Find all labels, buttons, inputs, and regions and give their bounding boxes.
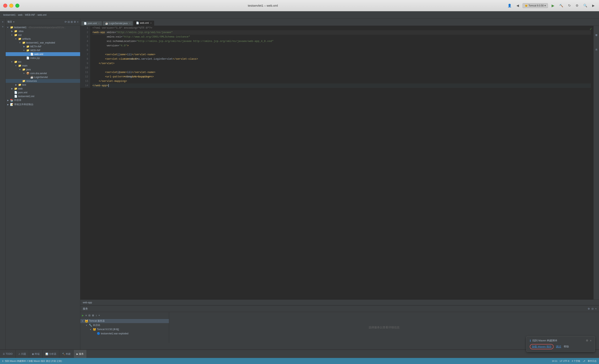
tree-item-login-servlet[interactable]: ☕ LoginServlet xyxy=(6,75,80,79)
breadcrumb-item-2[interactable]: WEB-INF xyxy=(25,14,35,16)
services-add-icon[interactable]: + xyxy=(98,314,100,317)
services-item-not-started[interactable]: ▾ 🔧 未启动 xyxy=(80,323,169,327)
code-line-2: <web-app xmlns="http://xmlns.jcp.org/xml… xyxy=(92,30,591,35)
fold-marker-6[interactable]: - xyxy=(118,53,120,56)
services-filter-icon[interactable]: ⊞ xyxy=(92,314,94,317)
services-item-tomcat-local[interactable]: ▾ 🐱 Tomcat 9.0.50 [本地] xyxy=(80,327,169,331)
left-strip-btn-2[interactable]: ≡ xyxy=(0,24,5,29)
services-content: ▶ ≡ ⊟ ⊞ ↕ + ▾ 🐱 Tomcat 服务器 xyxy=(80,312,599,343)
sidebar-refresh-icon[interactable]: ⟳ xyxy=(65,20,67,23)
bottom-tab-build[interactable]: 🔨 构建 xyxy=(59,350,74,358)
code-line-11: <servlet-name>lll</servlet-name> xyxy=(92,70,591,75)
maven-info-icon: ℹ xyxy=(530,339,531,342)
code-line-6: - <servlet> xyxy=(92,48,591,52)
code-line-8: <servlet-class>com.dra.servlet.LoginServ… xyxy=(92,57,591,61)
tree-item-index-jsp[interactable]: 📄 index.jsp xyxy=(6,56,80,60)
tree-item-src[interactable]: ▾ 📁 src xyxy=(6,60,80,64)
services-gear-icon[interactable]: ⊟ xyxy=(591,307,594,310)
right-strip-btn-1[interactable]: 管理 xyxy=(594,27,599,39)
update-button[interactable]: ↻ xyxy=(567,3,572,8)
maven-skip-link[interactable]: 跳过 xyxy=(556,345,561,348)
close-pom-tab[interactable]: × xyxy=(98,22,99,25)
search-button[interactable]: 🔍 xyxy=(582,3,589,8)
tree-item-resources[interactable]: 📁 resources xyxy=(6,79,80,83)
tree-item-iml[interactable]: 📄 testservlet1.iml xyxy=(6,94,80,98)
sidebar-dropdown-arrow[interactable]: ▾ xyxy=(13,21,14,23)
tree-item-main[interactable]: ▾ 📁 main xyxy=(6,64,80,68)
tree-item-java[interactable]: ▾ 📁 java xyxy=(6,68,80,71)
sidebar-settings-icon[interactable]: ⚙ xyxy=(74,20,76,23)
tree-item-artifacts[interactable]: ▾ 📁 artifacts xyxy=(6,37,80,41)
tree-item-project[interactable]: ▾ 📁 testservlet1 ~/Documents/workspace/j… xyxy=(6,25,80,29)
maven-notification-actions: 加载 Maven 项目 跳过 帮助 xyxy=(530,344,591,349)
services-collapse-icon[interactable]: ⊟ xyxy=(88,314,90,317)
forward-button[interactable]: ▶ xyxy=(591,3,596,8)
status-event-log[interactable]: 事件日志 xyxy=(588,360,597,363)
sidebar-collapse-icon[interactable]: ⊟ xyxy=(68,20,70,23)
tree-item-pom[interactable]: 📄 pom.xml xyxy=(6,91,80,94)
tree-item-web[interactable]: ▶ 📁 web xyxy=(6,87,80,91)
window-title: testservlet1 – web.xml xyxy=(248,4,278,7)
code-line-13: </servlet-mapping> xyxy=(92,79,591,84)
breadcrumb-item-0[interactable]: testservlet1 xyxy=(3,14,16,16)
bottom-tab-todo[interactable]: ☰ TODO xyxy=(0,350,16,358)
services-settings-icon[interactable]: ⚙ xyxy=(588,307,590,310)
bottom-tab-problems[interactable]: ⚠ 问题 xyxy=(16,350,29,358)
code-editor[interactable]: ✓ 12345 678910 11121314 <?xml version="1… xyxy=(80,26,593,299)
services-close-icon[interactable]: × xyxy=(595,307,597,310)
services-item-tomcat[interactable]: ▾ 🐱 Tomcat 服务器 xyxy=(80,319,169,323)
status-git-icon[interactable]: ⎇ xyxy=(583,360,585,362)
services-run-icon[interactable]: ▶ xyxy=(82,314,84,317)
profile-icon[interactable]: 👤 xyxy=(506,3,513,8)
tree-item-web-xml[interactable]: 📄 web.xml xyxy=(6,52,80,56)
tree-item-package[interactable]: ▾ 📦 com.dra.servlet xyxy=(6,71,80,75)
services-placeholder: 选择服务以查看详细信息 xyxy=(369,326,400,329)
tree-item-meta-inf[interactable]: ▶ 📁 META-INF xyxy=(6,44,80,48)
maven-notification-header: ℹ 找到 Maven 构建脚本 ⚙ × xyxy=(530,339,591,342)
maven-close-button[interactable]: × xyxy=(590,339,591,342)
maven-load-link[interactable]: 加载 Maven 项目 xyxy=(530,344,554,349)
services-expand-icon[interactable]: ≡ xyxy=(85,314,87,317)
build-button[interactable]: 🔨 xyxy=(558,3,564,8)
status-encoding: LF UTF-8 xyxy=(560,360,569,362)
bottom-tab-terminal[interactable]: ▣ 终端 xyxy=(29,350,43,358)
close-login-tab[interactable]: × xyxy=(129,22,130,25)
back-icon[interactable]: ◀ xyxy=(515,3,520,8)
breadcrumb-item-3[interactable]: web.xml xyxy=(37,14,46,16)
sidebar-filter-icon[interactable]: ⊞ xyxy=(71,20,73,23)
tomcat-selector[interactable]: 🐱 Tomcat 9.0.50 ▾ xyxy=(522,3,548,8)
maven-notification-text: 找到 Maven 构建脚本 xyxy=(532,339,557,342)
tree-item-test[interactable]: ▶ 📁 test xyxy=(6,83,80,87)
bottom-tab-services[interactable]: ▶ 服务 xyxy=(74,350,87,358)
editor-tabs: 📄 pom.xml × ☕ LoginServlet.java × 📄 web.… xyxy=(80,18,599,26)
editor-breadcrumb-text: web-app xyxy=(83,301,92,304)
bottom-tabs: ☰ TODO ⚠ 问题 ▣ 终端 📊 分析器 🔨 构建 ▶ 服务 xyxy=(0,350,599,358)
services-sort-icon[interactable]: ↕ xyxy=(96,314,97,317)
sidebar-close-icon[interactable]: × xyxy=(77,20,79,23)
minimize-button[interactable] xyxy=(9,4,13,8)
status-bar-left: ℹ 找到 Maven 构建脚本 // 加载 Maven 项目 跳过 (片刻 之前… xyxy=(2,360,62,363)
right-strip-btn-2[interactable]: 用 xyxy=(594,43,599,51)
maven-help-link[interactable]: 帮助 xyxy=(564,345,569,348)
tree-item-war-exploded[interactable]: ▾ 📁 testservlet1_war_exploded xyxy=(6,41,80,44)
tree-item-out[interactable]: ▾ 📁 out xyxy=(6,33,80,37)
left-strip-btn-1[interactable]: ≡ xyxy=(0,19,5,24)
tree-item-web-inf-out[interactable]: ▾ 📁 WEB-INF xyxy=(6,48,80,52)
tree-item-idea[interactable]: ▶ 📁 .idea xyxy=(6,29,80,33)
tree-item-scratches[interactable]: ▶ 📝 草稿文件和控制台 xyxy=(6,102,80,107)
tab-login-servlet[interactable]: ☕ LoginServlet.java × xyxy=(103,21,133,25)
maximize-button[interactable] xyxy=(15,4,19,8)
services-icons: ⚙ ⊟ × xyxy=(588,307,597,310)
settings-button[interactable]: ⚙ xyxy=(574,3,580,8)
sidebar-toolbar: 项目 ▾ ⟳ ⊟ ⊞ ⚙ × xyxy=(6,18,80,25)
maven-settings-icon[interactable]: ⚙ xyxy=(586,339,588,342)
run-button[interactable]: ▶ xyxy=(550,3,556,8)
bottom-tab-profiler[interactable]: 📊 分析器 xyxy=(43,350,59,358)
close-button[interactable] xyxy=(3,4,7,8)
breadcrumb-item-1[interactable]: web xyxy=(18,14,22,16)
services-item-war-exploded[interactable]: 🔵 testservlet1:war exploded xyxy=(80,331,169,335)
close-webxml-tab[interactable]: × xyxy=(150,22,151,24)
tab-web-xml[interactable]: 📄 web.xml × xyxy=(133,21,154,25)
tree-item-external-libs[interactable]: ▶ 📚 外部库 xyxy=(6,98,80,102)
tab-pom-xml[interactable]: 📄 pom.xml × xyxy=(81,21,102,25)
